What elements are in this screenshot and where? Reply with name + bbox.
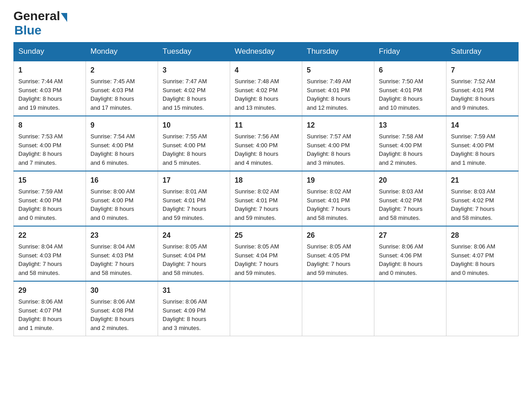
day-info: Sunrise: 7:57 AMSunset: 4:00 PMDaylight:…: [307, 133, 351, 166]
weekday-header-sunday: Sunday: [14, 43, 86, 61]
day-number: 1: [18, 65, 81, 76]
calendar-day-cell: [230, 281, 302, 336]
day-info: Sunrise: 8:03 AMSunset: 4:02 PMDaylight:…: [379, 188, 423, 221]
calendar-week-row: 1 Sunrise: 7:44 AMSunset: 4:03 PMDayligh…: [14, 61, 519, 116]
calendar-day-cell: 27 Sunrise: 8:06 AMSunset: 4:06 PMDaylig…: [374, 226, 446, 281]
calendar-day-cell: 18 Sunrise: 8:02 AMSunset: 4:01 PMDaylig…: [230, 171, 302, 226]
calendar-day-cell: 21 Sunrise: 8:03 AMSunset: 4:02 PMDaylig…: [446, 171, 519, 226]
calendar-week-row: 29 Sunrise: 8:06 AMSunset: 4:07 PMDaylig…: [14, 281, 519, 336]
day-number: 16: [90, 175, 153, 186]
calendar-day-cell: [374, 281, 446, 336]
day-info: Sunrise: 8:04 AMSunset: 4:03 PMDaylight:…: [18, 243, 63, 276]
weekday-header-monday: Monday: [86, 43, 158, 61]
logo-blue-text: Blue: [14, 23, 42, 38]
calendar-week-row: 15 Sunrise: 7:59 AMSunset: 4:00 PMDaylig…: [14, 171, 519, 226]
calendar-day-cell: 9 Sunrise: 7:54 AMSunset: 4:00 PMDayligh…: [86, 116, 158, 171]
calendar-week-row: 8 Sunrise: 7:53 AMSunset: 4:00 PMDayligh…: [14, 116, 519, 171]
weekday-header-wednesday: Wednesday: [230, 43, 302, 61]
day-number: 3: [163, 65, 225, 76]
day-info: Sunrise: 8:06 AMSunset: 4:06 PMDaylight:…: [379, 243, 423, 276]
weekday-header-friday: Friday: [374, 43, 446, 61]
day-number: 20: [379, 175, 442, 186]
day-info: Sunrise: 7:56 AMSunset: 4:00 PMDaylight:…: [235, 133, 279, 166]
day-number: 29: [18, 285, 81, 296]
calendar-week-row: 22 Sunrise: 8:04 AMSunset: 4:03 PMDaylig…: [14, 226, 519, 281]
day-number: 22: [18, 230, 81, 241]
calendar-day-cell: 15 Sunrise: 7:59 AMSunset: 4:00 PMDaylig…: [14, 171, 86, 226]
calendar-day-cell: 7 Sunrise: 7:52 AMSunset: 4:01 PMDayligh…: [446, 61, 519, 116]
day-number: 27: [379, 230, 442, 241]
calendar-day-cell: [302, 281, 374, 336]
calendar-day-cell: 31 Sunrise: 8:06 AMSunset: 4:09 PMDaylig…: [158, 281, 230, 336]
day-info: Sunrise: 7:49 AMSunset: 4:01 PMDaylight:…: [307, 78, 351, 111]
day-number: 28: [451, 230, 514, 241]
day-info: Sunrise: 7:59 AMSunset: 4:00 PMDaylight:…: [18, 188, 63, 221]
weekday-header-tuesday: Tuesday: [158, 43, 230, 61]
day-number: 25: [235, 230, 297, 241]
calendar-day-cell: 29 Sunrise: 8:06 AMSunset: 4:07 PMDaylig…: [14, 281, 86, 336]
calendar-day-cell: 2 Sunrise: 7:45 AMSunset: 4:03 PMDayligh…: [86, 61, 158, 116]
logo-general-text: General: [13, 9, 60, 23]
day-number: 26: [307, 230, 369, 241]
day-info: Sunrise: 8:02 AMSunset: 4:01 PMDaylight:…: [235, 188, 279, 221]
calendar-day-cell: 1 Sunrise: 7:44 AMSunset: 4:03 PMDayligh…: [14, 61, 86, 116]
day-number: 11: [235, 120, 297, 131]
page-header: General Blue: [13, 9, 519, 38]
day-info: Sunrise: 7:52 AMSunset: 4:01 PMDaylight:…: [451, 78, 495, 111]
calendar-day-cell: 19 Sunrise: 8:02 AMSunset: 4:01 PMDaylig…: [302, 171, 374, 226]
day-info: Sunrise: 7:45 AMSunset: 4:03 PMDaylight:…: [90, 78, 135, 111]
day-number: 4: [235, 65, 297, 76]
day-number: 2: [90, 65, 153, 76]
calendar-day-cell: 25 Sunrise: 8:05 AMSunset: 4:04 PMDaylig…: [230, 226, 302, 281]
calendar-day-cell: [446, 281, 519, 336]
day-info: Sunrise: 7:55 AMSunset: 4:00 PMDaylight:…: [163, 133, 207, 166]
day-number: 24: [163, 230, 225, 241]
day-number: 23: [90, 230, 153, 241]
day-info: Sunrise: 8:02 AMSunset: 4:01 PMDaylight:…: [307, 188, 351, 221]
day-number: 19: [307, 175, 369, 186]
calendar-day-cell: 28 Sunrise: 8:06 AMSunset: 4:07 PMDaylig…: [446, 226, 519, 281]
day-info: Sunrise: 7:54 AMSunset: 4:00 PMDaylight:…: [90, 133, 135, 166]
day-info: Sunrise: 8:05 AMSunset: 4:05 PMDaylight:…: [307, 243, 351, 276]
calendar-day-cell: 10 Sunrise: 7:55 AMSunset: 4:00 PMDaylig…: [158, 116, 230, 171]
weekday-header-thursday: Thursday: [302, 43, 374, 61]
calendar-day-cell: 17 Sunrise: 8:01 AMSunset: 4:01 PMDaylig…: [158, 171, 230, 226]
day-info: Sunrise: 7:50 AMSunset: 4:01 PMDaylight:…: [379, 78, 423, 111]
day-number: 8: [18, 120, 81, 131]
calendar-day-cell: 14 Sunrise: 7:59 AMSunset: 4:00 PMDaylig…: [446, 116, 519, 171]
calendar-day-cell: 16 Sunrise: 8:00 AMSunset: 4:00 PMDaylig…: [86, 171, 158, 226]
weekday-header-saturday: Saturday: [446, 43, 519, 61]
day-info: Sunrise: 8:05 AMSunset: 4:04 PMDaylight:…: [235, 243, 279, 276]
day-number: 31: [163, 285, 225, 296]
day-info: Sunrise: 8:00 AMSunset: 4:00 PMDaylight:…: [90, 188, 135, 221]
logo: General Blue: [13, 9, 67, 38]
day-number: 10: [163, 120, 225, 131]
day-number: 7: [451, 65, 514, 76]
day-info: Sunrise: 7:58 AMSunset: 4:00 PMDaylight:…: [379, 133, 423, 166]
day-number: 5: [307, 65, 369, 76]
calendar-day-cell: 5 Sunrise: 7:49 AMSunset: 4:01 PMDayligh…: [302, 61, 374, 116]
day-info: Sunrise: 8:06 AMSunset: 4:09 PMDaylight:…: [163, 298, 207, 331]
day-info: Sunrise: 7:48 AMSunset: 4:02 PMDaylight:…: [235, 78, 279, 111]
calendar-day-cell: 11 Sunrise: 7:56 AMSunset: 4:00 PMDaylig…: [230, 116, 302, 171]
calendar-day-cell: 6 Sunrise: 7:50 AMSunset: 4:01 PMDayligh…: [374, 61, 446, 116]
day-number: 9: [90, 120, 153, 131]
day-info: Sunrise: 7:44 AMSunset: 4:03 PMDaylight:…: [18, 78, 63, 111]
day-info: Sunrise: 7:59 AMSunset: 4:00 PMDaylight:…: [451, 133, 495, 166]
day-number: 21: [451, 175, 514, 186]
day-info: Sunrise: 7:53 AMSunset: 4:00 PMDaylight:…: [18, 133, 63, 166]
calendar-day-cell: 24 Sunrise: 8:05 AMSunset: 4:04 PMDaylig…: [158, 226, 230, 281]
calendar-day-cell: 30 Sunrise: 8:06 AMSunset: 4:08 PMDaylig…: [86, 281, 158, 336]
day-info: Sunrise: 8:06 AMSunset: 4:08 PMDaylight:…: [90, 298, 135, 331]
day-info: Sunrise: 8:05 AMSunset: 4:04 PMDaylight:…: [163, 243, 207, 276]
day-info: Sunrise: 7:47 AMSunset: 4:02 PMDaylight:…: [163, 78, 207, 111]
calendar-day-cell: 13 Sunrise: 7:58 AMSunset: 4:00 PMDaylig…: [374, 116, 446, 171]
day-number: 17: [163, 175, 225, 186]
calendar-day-cell: 26 Sunrise: 8:05 AMSunset: 4:05 PMDaylig…: [302, 226, 374, 281]
calendar-day-cell: 23 Sunrise: 8:04 AMSunset: 4:03 PMDaylig…: [86, 226, 158, 281]
calendar-day-cell: 8 Sunrise: 7:53 AMSunset: 4:00 PMDayligh…: [14, 116, 86, 171]
day-info: Sunrise: 8:06 AMSunset: 4:07 PMDaylight:…: [451, 243, 495, 276]
calendar-day-cell: 20 Sunrise: 8:03 AMSunset: 4:02 PMDaylig…: [374, 171, 446, 226]
calendar-day-cell: 12 Sunrise: 7:57 AMSunset: 4:00 PMDaylig…: [302, 116, 374, 171]
calendar-day-cell: 4 Sunrise: 7:48 AMSunset: 4:02 PMDayligh…: [230, 61, 302, 116]
